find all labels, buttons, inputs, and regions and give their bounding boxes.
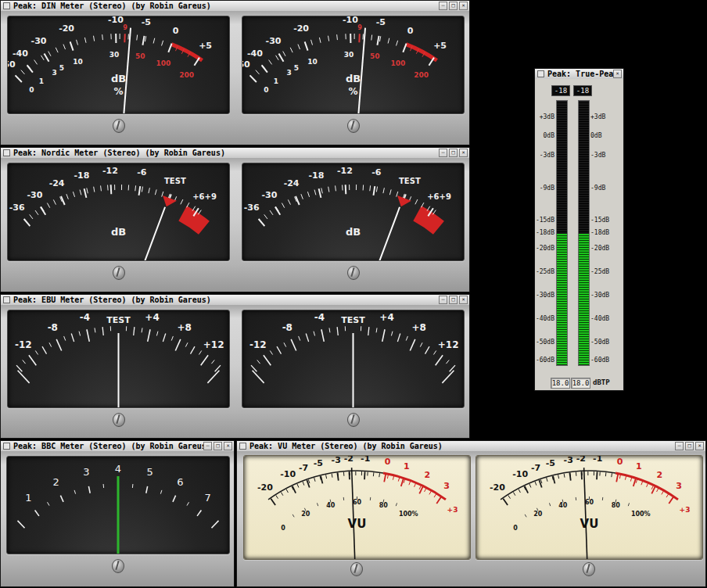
truepeak-scale-label: +3dB xyxy=(540,113,554,120)
sub-scale-label: 3 xyxy=(286,69,291,77)
titlebar-bbc[interactable]: Peak: BBC Meter (Stereo) (by Robin Gareu… xyxy=(1,441,234,452)
minimize-button[interactable]: – xyxy=(439,296,447,304)
minor-tick xyxy=(337,34,338,40)
maximize-button[interactable]: □ xyxy=(449,2,458,10)
sub-scale-label: 80 xyxy=(379,502,389,509)
minimize-button[interactable]: – xyxy=(675,442,684,450)
close-button[interactable]: × xyxy=(224,442,232,450)
minor-tick xyxy=(387,475,388,479)
major-tick xyxy=(436,497,441,504)
major-tick xyxy=(259,219,265,226)
window-menu-icon[interactable] xyxy=(3,443,10,450)
minor-tick xyxy=(314,478,315,482)
scale-label: -5 xyxy=(314,458,323,468)
maximize-button[interactable]: □ xyxy=(449,296,458,304)
scale-label: -5 xyxy=(376,17,386,27)
minor-tick xyxy=(48,502,50,505)
minor-tick xyxy=(288,199,290,204)
major-tick xyxy=(139,186,141,195)
minimize-button[interactable]: – xyxy=(203,442,212,450)
scale-label: 0 xyxy=(407,26,414,36)
sub-scale-label: 10 xyxy=(307,58,318,66)
close-button[interactable]: × xyxy=(459,149,468,157)
scale-label: -18 xyxy=(74,170,89,181)
major-tick xyxy=(24,219,31,226)
minor-tick xyxy=(393,476,393,480)
major-tick xyxy=(70,41,74,50)
scale-label: 5 xyxy=(146,466,153,478)
window-title: Peak: True-Peak xyxy=(547,70,613,78)
minor-tick xyxy=(181,199,183,204)
major-tick xyxy=(262,65,267,72)
truepeak-bar-fill xyxy=(579,234,589,365)
minor-tick xyxy=(662,491,663,494)
minor-tick xyxy=(215,365,221,371)
major-tick xyxy=(146,486,148,493)
minor-tick xyxy=(450,365,455,371)
minor-tick xyxy=(34,60,38,65)
major-tick xyxy=(41,207,45,215)
close-button[interactable]: × xyxy=(695,442,704,450)
minor-tick xyxy=(389,189,391,195)
minor-tick xyxy=(373,472,374,476)
scale-arc xyxy=(171,45,202,61)
window-menu-icon[interactable] xyxy=(239,443,246,450)
major-tick xyxy=(175,339,181,351)
truepeak-scale-label: -18dB xyxy=(590,229,609,236)
minor-tick xyxy=(162,41,163,46)
major-tick xyxy=(148,329,150,342)
sub-scale-label: 200 xyxy=(414,71,429,79)
close-button[interactable]: × xyxy=(459,296,468,304)
titlebar-true-peak[interactable]: Peak: True-Peak × xyxy=(535,69,623,80)
truepeak-scale-label: -25dB xyxy=(536,268,554,275)
major-tick xyxy=(250,75,257,82)
maximize-button[interactable]: □ xyxy=(449,149,458,157)
minimize-button[interactable]: – xyxy=(439,2,447,10)
major-tick xyxy=(321,329,324,342)
sub-scale-label: 100% xyxy=(631,511,651,518)
scale-label: -50 xyxy=(242,59,250,70)
minor-tick xyxy=(326,475,327,479)
scale-label: -20 xyxy=(59,23,74,34)
truepeak-scale-label: -30dB xyxy=(536,292,554,299)
minor-tick xyxy=(257,360,260,364)
scale-label: -10 xyxy=(512,469,528,479)
titlebar-nordic[interactable]: Peak: Nordic Meter (Stereo) (by Robin Ga… xyxy=(1,148,469,159)
close-button[interactable]: × xyxy=(459,2,468,10)
window-menu-icon[interactable] xyxy=(3,2,10,9)
minor-tick xyxy=(84,38,86,43)
minor-tick xyxy=(311,40,313,45)
scale-label: -10 xyxy=(280,469,296,479)
major-tick xyxy=(442,371,454,383)
major-tick xyxy=(669,497,673,504)
truepeak-scale-label: -3dB xyxy=(590,151,605,158)
window-menu-icon[interactable] xyxy=(3,149,10,156)
titlebar-ebu[interactable]: Peak: EBU Meter (Stereo) (by Robin Gareu… xyxy=(1,295,469,306)
scale-label: -5 xyxy=(142,17,151,27)
minor-tick xyxy=(525,514,526,517)
close-button[interactable]: × xyxy=(613,70,622,78)
major-tick xyxy=(436,355,443,365)
face-legend: TEST xyxy=(106,315,131,325)
window-menu-icon[interactable] xyxy=(537,70,544,77)
truepeak-scale-label: -50dB xyxy=(536,338,554,345)
minor-tick xyxy=(343,185,343,191)
peak-value-left[interactable]: 18.0 xyxy=(551,378,570,389)
minor-tick xyxy=(41,56,45,60)
desktop: Peak: DIN Meter (Stereo) (by Robin Gareu… xyxy=(0,0,707,588)
peak-value-right[interactable]: 18.0 xyxy=(571,378,590,389)
window-menu-icon[interactable] xyxy=(3,296,10,303)
minor-tick xyxy=(79,332,81,336)
scale-label: +4 xyxy=(145,312,159,323)
titlebar-vu[interactable]: Peak: VU Meter (Stereo) (by Robin Gareus… xyxy=(237,441,705,452)
maximize-button[interactable]: □ xyxy=(214,442,222,450)
minor-tick xyxy=(191,346,196,354)
sub-scale-label: 9 xyxy=(123,24,127,31)
minimize-button[interactable]: – xyxy=(439,149,447,157)
minor-tick xyxy=(625,476,626,480)
maximize-button[interactable]: □ xyxy=(685,442,694,450)
peak-readout-left: -18 xyxy=(551,85,570,96)
minor-tick xyxy=(185,342,188,346)
titlebar-din[interactable]: Peak: DIN Meter (Stereo) (by Robin Gareu… xyxy=(1,1,469,12)
sub-scale-label: 3 xyxy=(52,69,56,77)
